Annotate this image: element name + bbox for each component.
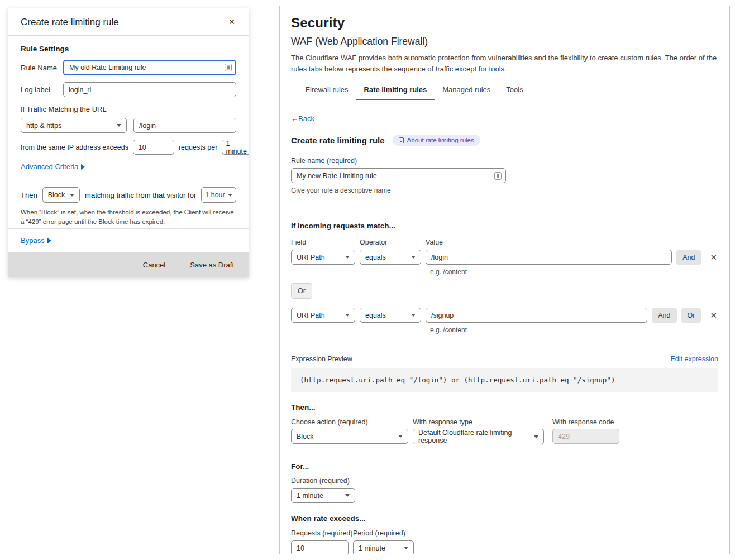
threshold-period-select[interactable]: 1 minute	[222, 140, 249, 155]
tab-rate-limiting-rules[interactable]: Rate limiting rules	[356, 82, 435, 100]
response-type-select[interactable]: Default Cloudflare rate limiting respons…	[413, 429, 544, 444]
scheme-select[interactable]: http & https	[21, 118, 127, 133]
block-duration-select[interactable]: 1 hour	[201, 187, 236, 203]
form-title: Create rate limiting rule	[291, 136, 385, 145]
tab-firewall-rules[interactable]: Firewall rules	[298, 82, 356, 100]
rate-section-title: When rate exceeds...	[291, 514, 718, 523]
chevron-down-icon	[228, 194, 232, 197]
security-panel: Security WAF (Web Application Firewall) …	[279, 6, 730, 554]
chevron-down-icon	[411, 314, 416, 317]
autofill-icon	[494, 172, 502, 180]
field-select[interactable]: URI Path	[291, 250, 355, 265]
page-title: Security	[291, 15, 718, 31]
dialog-header: Create rate limiting rule ✕	[8, 8, 249, 36]
threshold-prefix: from the same IP address exceeds	[21, 143, 128, 151]
chevron-down-icon	[398, 435, 403, 438]
dialog-body: Rule Settings Rule Name Log label If Tra…	[8, 36, 249, 228]
for-section-title: For...	[291, 462, 718, 471]
bypass-section: Bypass	[8, 228, 249, 252]
triangle-right-icon	[81, 164, 85, 170]
dialog-divider	[8, 179, 249, 179]
value-input[interactable]	[426, 250, 672, 265]
rule-name-helper: Give your rule a descriptive name	[291, 186, 718, 194]
then-section-title: Then...	[291, 403, 718, 411]
tab-tools[interactable]: Tools	[498, 82, 531, 100]
cancel-button[interactable]: Cancel	[143, 261, 165, 269]
threshold-row: from the same IP address exceeds request…	[21, 140, 236, 155]
duration-select[interactable]: 1 minute	[291, 488, 355, 503]
remove-condition-icon[interactable]: ✕	[709, 253, 718, 261]
chevron-down-icon	[534, 435, 538, 438]
duration-label: Duration (required)	[291, 477, 718, 485]
value-input[interactable]	[426, 308, 647, 323]
autofill-icon	[225, 64, 232, 71]
tab-managed-rules[interactable]: Managed rules	[435, 82, 498, 100]
block-note: When “Block” is set, when the threshold …	[21, 208, 236, 227]
requests-label: Requests (required)	[291, 529, 353, 537]
value-column-label: Value	[426, 238, 443, 246]
back-arrow-icon: ←	[291, 114, 298, 123]
then-row: Then Block matching traffic from that vi…	[21, 187, 236, 203]
bypass-link[interactable]: Bypass	[21, 236, 51, 245]
legacy-rate-limit-dialog: Create rate limiting rule ✕ Rule Setting…	[8, 8, 249, 277]
advanced-criteria-link[interactable]: Advanced Criteria	[21, 162, 85, 171]
save-as-draft-button[interactable]: Save as Draft	[190, 261, 234, 269]
and-button[interactable]: And	[676, 250, 701, 265]
url-input[interactable]	[133, 118, 236, 133]
or-button[interactable]: Or	[681, 308, 701, 323]
remove-condition-icon[interactable]: ✕	[709, 311, 718, 319]
response-code-input	[552, 429, 619, 444]
log-label-input[interactable]	[63, 82, 236, 97]
dialog-title: Create rate limiting rule	[21, 17, 119, 28]
rule-name-label: Rule name (required)	[291, 157, 718, 165]
then-label: Then	[21, 191, 37, 199]
triangle-right-icon	[47, 238, 51, 243]
url-match-row: http & https	[21, 118, 236, 133]
log-label-row: Log label	[21, 82, 236, 97]
waf-tabs: Firewall rules Rate limiting rules Manag…	[291, 82, 718, 100]
threshold-mid: requests per	[179, 143, 217, 151]
rule-name-input[interactable]	[63, 60, 236, 75]
response-type-label: With response type	[413, 418, 552, 426]
and-button[interactable]: And	[652, 308, 676, 323]
field-select[interactable]: URI Path	[291, 308, 355, 323]
chevron-down-icon	[345, 494, 350, 497]
chevron-down-icon	[117, 124, 121, 127]
rule-settings-heading: Rule Settings	[21, 45, 236, 53]
choose-action-label: Choose action (required)	[291, 418, 413, 426]
expression-preview-label: Expression Preview	[291, 355, 352, 363]
then-suffix: matching traffic from that visitor for	[85, 191, 196, 199]
page-subtitle: WAF (Web Application Firewall)	[291, 36, 718, 47]
operator-select[interactable]: equals	[360, 308, 421, 323]
operator-select[interactable]: equals	[360, 250, 421, 265]
rule-name-label: Rule Name	[21, 64, 63, 72]
edit-expression-link[interactable]: Edit expression	[671, 355, 718, 363]
back-link[interactable]: ←Back	[291, 114, 314, 123]
response-code-label: With response code	[552, 418, 614, 426]
requests-input[interactable]	[291, 540, 349, 554]
or-connector-button[interactable]: Or	[291, 283, 312, 299]
chevron-down-icon	[70, 194, 74, 197]
value-helper: e.g. /content	[430, 326, 718, 334]
match-section-title: If incoming requests match...	[291, 222, 718, 230]
action-select[interactable]: Block	[42, 187, 80, 203]
about-rate-limiting-badge[interactable]: About rate limiting rules	[393, 135, 480, 146]
chevron-down-icon	[345, 314, 350, 317]
expression-code: (http.request.uri.path eq "/login") or (…	[291, 368, 718, 392]
choose-action-select[interactable]: Block	[291, 429, 408, 444]
threshold-input[interactable]	[133, 140, 174, 155]
chevron-down-icon	[345, 256, 350, 259]
chevron-down-icon	[411, 256, 416, 259]
rule-name-row: Rule Name	[21, 60, 236, 75]
condition-row: URI Path equals And Or ✕	[291, 308, 718, 323]
log-label-label: Log label	[21, 85, 63, 94]
field-column-label: Field	[291, 238, 355, 246]
period-label: Period (required)	[353, 529, 405, 537]
traffic-match-label: If Traffic Matching the URL	[21, 105, 236, 113]
rule-name-input[interactable]	[291, 168, 506, 183]
page-description: The Cloudflare WAF provides both automat…	[291, 52, 718, 75]
chevron-down-icon	[404, 547, 408, 549]
close-icon[interactable]: ✕	[227, 17, 236, 27]
value-helper: e.g. /content	[430, 268, 718, 276]
period-select[interactable]: 1 minute	[353, 540, 414, 554]
